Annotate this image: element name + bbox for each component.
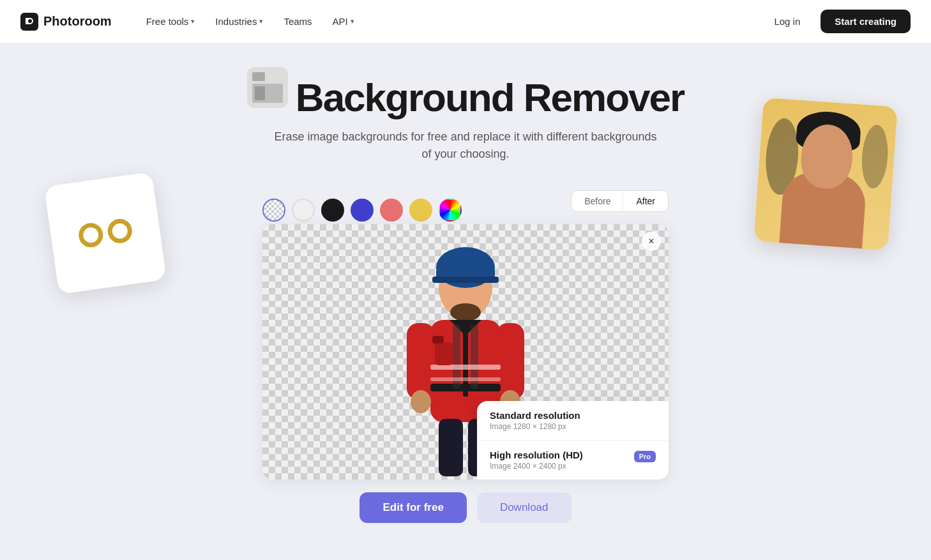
chevron-down-icon: ▾ — [191, 17, 195, 26]
resolution-dropdown: Standard resolution Image 1280 × 1280 px… — [477, 401, 669, 480]
resolution-hd[interactable]: Pro High resolution (HD) Image 2400 × 24… — [477, 441, 669, 480]
svg-rect-3 — [252, 72, 265, 81]
swatch-transparent[interactable] — [262, 199, 285, 222]
close-button[interactable]: × — [642, 232, 661, 251]
logo[interactable]: Photoroom — [20, 13, 112, 31]
floating-card-woman — [753, 98, 897, 250]
svg-rect-18 — [439, 419, 463, 476]
nav-item-api[interactable]: API ▾ — [324, 11, 363, 32]
color-swatches — [262, 199, 462, 222]
nav-links: Free tools ▾ Industries ▾ Teams API ▾ — [137, 11, 762, 32]
svg-rect-15 — [430, 384, 501, 391]
bg-remover-icon — [247, 67, 288, 108]
resolution-standard[interactable]: Standard resolution Image 1280 × 1280 px — [477, 401, 669, 441]
nav-item-industries[interactable]: Industries ▾ — [206, 11, 272, 32]
woman-card-bg — [753, 98, 897, 250]
hero-subtitle: Erase image backgrounds for free and rep… — [274, 128, 657, 163]
svg-rect-25 — [432, 336, 444, 344]
floating-card-jewelry — [44, 172, 167, 294]
hero-title-row: Background Remover — [247, 61, 684, 118]
logo-text: Photoroom — [43, 14, 112, 29]
swatch-white[interactable] — [292, 199, 315, 222]
navbar: Photoroom Free tools ▾ Industries ▾ Team… — [0, 0, 931, 43]
before-button[interactable]: Before — [571, 191, 623, 211]
woman-hair-side-right — [860, 124, 890, 190]
action-row: Edit for free Download — [360, 492, 571, 523]
chevron-down-icon: ▾ — [259, 17, 263, 26]
svg-point-10 — [450, 303, 481, 321]
svg-point-1 — [28, 19, 32, 23]
download-button[interactable]: Download — [477, 492, 571, 523]
nav-item-teams[interactable]: Teams — [275, 11, 321, 32]
swatch-yellow[interactable] — [409, 199, 432, 222]
svg-rect-9 — [432, 276, 499, 283]
ring-shape-2 — [106, 217, 133, 245]
svg-point-20 — [411, 390, 431, 413]
hd-res-subtitle: Image 2400 × 2400 px — [490, 462, 656, 471]
swatch-purple[interactable] — [351, 199, 374, 222]
swatch-pink[interactable] — [380, 199, 403, 222]
main-content: Background Remover Erase image backgroun… — [0, 0, 931, 560]
before-after-toggle: Before After — [571, 190, 669, 212]
standard-res-title: Standard resolution — [490, 410, 656, 421]
page-title: Background Remover — [296, 77, 684, 118]
svg-rect-23 — [430, 377, 501, 381]
login-button[interactable]: Log in — [761, 11, 813, 32]
svg-rect-22 — [430, 365, 501, 370]
swatch-black[interactable] — [321, 199, 344, 222]
after-button[interactable]: After — [623, 191, 668, 211]
svg-rect-24 — [435, 342, 453, 365]
edit-for-free-button[interactable]: Edit for free — [360, 492, 466, 523]
standard-res-subtitle: Image 1280 × 1280 px — [490, 422, 656, 431]
ring-shape-1 — [77, 222, 105, 249]
nav-item-free-tools[interactable]: Free tools ▾ — [137, 11, 204, 32]
nav-actions: Log in Start creating — [761, 10, 911, 33]
image-canvas: × — [262, 224, 669, 480]
controls-row: Before After — [262, 181, 669, 222]
pro-badge: Pro — [634, 451, 656, 462]
start-creating-button[interactable]: Start creating — [821, 10, 911, 33]
jewelry-image — [61, 202, 150, 264]
logo-icon — [20, 13, 38, 31]
svg-rect-5 — [255, 86, 265, 100]
hd-res-title: High resolution (HD) — [490, 450, 656, 460]
swatch-rainbow[interactable] — [439, 199, 462, 222]
chevron-down-icon: ▾ — [351, 17, 354, 26]
